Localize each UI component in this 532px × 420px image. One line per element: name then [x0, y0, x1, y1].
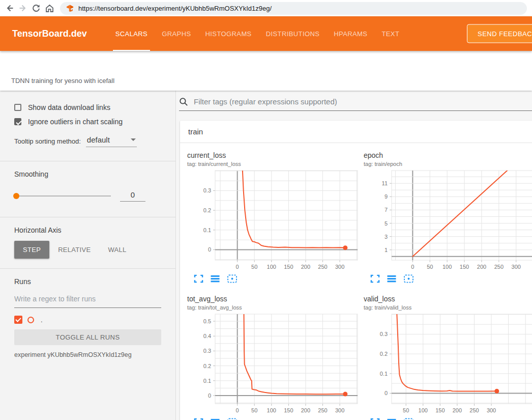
general-settings-section: Show data download links Ignore outliers… — [0, 91, 175, 161]
smoothing-value-field[interactable]: 0 — [120, 190, 145, 202]
ignore-outliers-row: Ignore outliers in chart scaling — [14, 118, 161, 126]
tab-distributions[interactable]: DISTRIBUTIONS — [259, 16, 327, 51]
axis-wall-button[interactable]: WALL — [99, 241, 135, 259]
chart-tag: tag: train/epoch — [364, 161, 532, 167]
svg-text:50: 50 — [427, 264, 433, 270]
fit-domain-icon[interactable] — [403, 274, 414, 285]
show-download-links-row: Show data download links — [14, 91, 161, 111]
nav-tabs: SCALARS GRAPHS HISTOGRAMS DISTRIBUTIONS … — [108, 16, 407, 51]
smoothing-slider-row: 0 — [14, 190, 161, 217]
svg-text:5: 5 — [385, 220, 388, 227]
svg-text:300: 300 — [487, 407, 496, 413]
svg-text:100: 100 — [442, 264, 452, 270]
smoothing-label: Smoothing — [14, 161, 161, 178]
chart-title: current_loss — [187, 151, 360, 159]
tooltip-sorting-value: default — [87, 135, 110, 144]
tab-histograms[interactable]: HISTOGRAMS — [198, 16, 259, 51]
svg-text:0.2: 0.2 — [380, 351, 388, 357]
svg-text:300: 300 — [335, 264, 344, 270]
chart-title: valid_loss — [364, 295, 532, 303]
run-checkbox[interactable] — [14, 316, 22, 324]
chart-title: epoch — [364, 151, 532, 159]
svg-text:0.1: 0.1 — [203, 378, 211, 384]
axis-relative-button[interactable]: RELATIVE — [49, 241, 99, 259]
forward-icon[interactable] — [16, 2, 29, 15]
chart-plot[interactable]: 0501001502002503001357911 — [364, 169, 532, 271]
chart-card-epoch: epoch tag: train/epoch 05010015020025030… — [364, 151, 532, 285]
svg-text:0.3: 0.3 — [203, 187, 211, 193]
chart-plot[interactable]: 05010015020025030000.10.20.3 — [187, 169, 360, 271]
fullscreen-icon[interactable] — [370, 418, 380, 420]
svg-text:50: 50 — [251, 264, 257, 270]
run-name: . — [41, 316, 43, 324]
train-group-label: train — [188, 127, 203, 136]
svg-text:0.3: 0.3 — [380, 331, 388, 337]
log-scale-icon[interactable] — [387, 274, 397, 285]
app-logo[interactable]: TensorBoard.dev — [12, 29, 87, 39]
toggle-all-runs-button[interactable]: TOGGLE ALL RUNS — [14, 329, 161, 345]
axis-step-button[interactable]: STEP — [14, 241, 49, 259]
svg-text:250: 250 — [469, 407, 479, 413]
svg-text:0: 0 — [411, 264, 414, 270]
show-download-links-checkbox[interactable] — [14, 104, 21, 111]
tab-text[interactable]: TEXT — [374, 16, 406, 51]
svg-text:0: 0 — [208, 246, 211, 253]
home-icon[interactable] — [43, 2, 56, 15]
train-group-header[interactable]: train — [180, 121, 532, 143]
svg-text:250: 250 — [318, 407, 327, 413]
chart-card-tot-avg-loss: tot_avg_loss tag: train/tot_avg_loss 050… — [187, 295, 360, 420]
svg-text:11: 11 — [382, 180, 388, 186]
chart-actions — [370, 274, 532, 285]
runs-filter-input[interactable] — [14, 292, 161, 308]
fit-domain-icon[interactable] — [403, 418, 414, 420]
horizontal-axis-buttons: STEP RELATIVE WALL — [14, 241, 161, 268]
ignore-outliers-checkbox[interactable] — [14, 118, 21, 125]
chart-title: tot_avg_loss — [187, 295, 360, 303]
fit-domain-icon[interactable] — [227, 418, 238, 420]
runs-section: Runs . TOGGLE ALL RUNS experiment yKUbhb… — [0, 269, 175, 358]
url-bar[interactable]: https://tensorboard.dev/experiment/yKUbh… — [60, 2, 527, 15]
svg-text:300: 300 — [512, 264, 521, 270]
chart-tag: tag: train/valid_loss — [364, 304, 532, 311]
tab-scalars[interactable]: SCALARS — [108, 16, 155, 51]
svg-text:50: 50 — [251, 407, 257, 413]
smoothing-slider-thumb[interactable] — [13, 193, 19, 199]
send-feedback-button[interactable]: SEND FEEDBACK — [467, 24, 532, 43]
tab-hparams[interactable]: HPARAMS — [327, 16, 374, 51]
log-scale-icon[interactable] — [387, 418, 397, 420]
svg-text:0.5: 0.5 — [203, 318, 211, 324]
log-scale-icon[interactable] — [210, 418, 220, 420]
svg-text:0.2: 0.2 — [203, 363, 211, 369]
horizontal-axis-label: Horizontal Axis — [14, 217, 161, 234]
svg-text:0.1: 0.1 — [203, 227, 211, 233]
chart-plot[interactable]: 05010015020025030000.10.20.30.40.5 — [187, 312, 360, 415]
svg-text:100: 100 — [267, 407, 276, 413]
runs-label: Runs — [14, 269, 161, 286]
tab-graphs[interactable]: GRAPHS — [155, 16, 198, 51]
log-scale-icon[interactable] — [210, 274, 220, 285]
chart-plot[interactable]: 5010015020025030000.10.20.3 — [364, 312, 532, 415]
svg-text:9: 9 — [385, 193, 388, 200]
svg-text:150: 150 — [284, 264, 293, 270]
svg-text:250: 250 — [318, 264, 327, 270]
back-icon[interactable] — [3, 2, 16, 15]
svg-text:3: 3 — [385, 234, 388, 240]
tag-filter-input[interactable] — [193, 97, 532, 106]
run-color-circle — [27, 317, 34, 323]
svg-text:0: 0 — [208, 393, 211, 399]
svg-text:0: 0 — [385, 390, 388, 396]
chart-card-valid-loss: valid_loss tag: train/valid_loss 5010015… — [364, 295, 532, 420]
tooltip-sorting-dropdown[interactable]: default — [86, 135, 137, 147]
fullscreen-icon[interactable] — [370, 274, 380, 285]
search-icon — [179, 97, 188, 106]
fullscreen-icon[interactable] — [194, 274, 203, 285]
svg-text:100: 100 — [267, 264, 276, 270]
charts-grid: current_loss tag: train/current_loss 050… — [180, 143, 532, 420]
fullscreen-icon[interactable] — [194, 418, 203, 420]
svg-text:0.2: 0.2 — [203, 207, 211, 213]
experiment-bar: TDNN training for yesno with icefall — [0, 51, 532, 91]
smoothing-slider[interactable] — [14, 195, 111, 197]
reload-icon[interactable] — [29, 2, 43, 15]
fit-domain-icon[interactable] — [227, 274, 238, 285]
chart-actions — [370, 418, 532, 420]
